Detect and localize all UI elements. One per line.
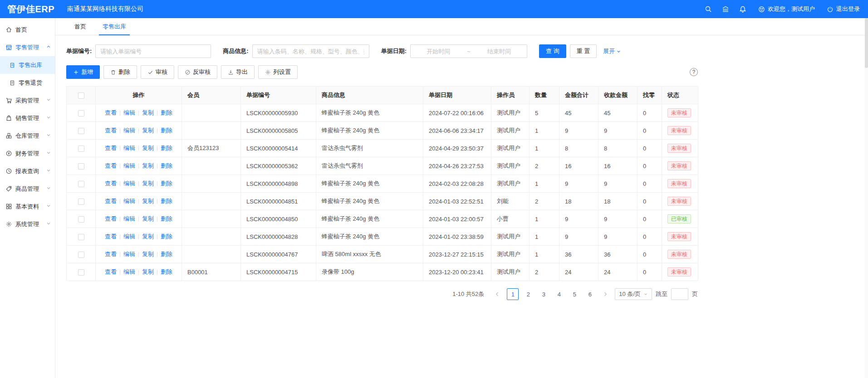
delete-link[interactable]: 删除 [161,127,172,134]
delete-link[interactable]: 删除 [161,198,172,204]
edit-link[interactable]: 编辑 [123,145,135,151]
page-size-select[interactable]: 10 条/页 [615,288,652,300]
edit-link[interactable]: 编辑 [123,180,135,187]
edit-link[interactable]: 编辑 [123,198,135,204]
view-link[interactable]: 查看 [105,127,117,134]
row-checkbox[interactable] [78,269,84,276]
sidebar-item-basic-data[interactable]: 基本资料 [0,198,55,215]
sidebar-item-retail-outbound[interactable]: 零售出库 [0,56,55,74]
reset-button[interactable]: 重 置 [570,44,597,58]
delete-button[interactable]: 删除 [103,65,137,79]
copy-link[interactable]: 复制 [142,268,154,275]
view-link[interactable]: 查看 [105,180,117,187]
export-button[interactable]: 导出 [221,65,255,79]
sidebar-item-retail[interactable]: 零售管理 [0,39,55,56]
copy-link[interactable]: 复制 [142,215,154,222]
vertical-scrollbar[interactable] [865,18,868,378]
copy-link[interactable]: 复制 [142,145,154,151]
unaudit-button[interactable]: 反审核 [178,65,217,79]
date-end-input[interactable] [471,48,527,55]
next-page-icon[interactable] [599,288,611,300]
welcome-user[interactable]: 欢迎您，测试用户 [758,5,815,13]
delete-link[interactable]: 删除 [161,233,172,240]
page-button-6[interactable]: 6 [584,288,596,300]
delete-link[interactable]: 删除 [161,145,172,151]
view-link[interactable]: 查看 [105,251,117,257]
sidebar-item-system[interactable]: 系统管理 [0,215,55,233]
edit-link[interactable]: 编辑 [123,215,135,222]
delete-link[interactable]: 删除 [161,215,172,222]
row-checkbox[interactable] [78,145,84,152]
add-button[interactable]: 新增 [66,65,100,79]
page-button-4[interactable]: 4 [553,288,565,300]
copy-link[interactable]: 复制 [142,162,154,169]
copy-link[interactable]: 复制 [142,180,154,187]
bill-no-input[interactable] [95,44,211,58]
delete-link[interactable]: 删除 [161,180,172,187]
view-link[interactable]: 查看 [105,145,117,151]
copy-link[interactable]: 复制 [142,127,154,134]
page-button-1[interactable]: 1 [507,288,519,300]
row-checkbox[interactable] [78,199,84,205]
prev-page-icon[interactable] [491,288,503,300]
help-icon[interactable]: ? [690,68,698,76]
date-range-picker[interactable]: ~ [410,44,527,58]
page-button-3[interactable]: 3 [538,288,549,300]
expand-link[interactable]: 展开 [603,47,621,55]
sidebar-item-finance[interactable]: 财务管理 [0,145,55,162]
edit-link[interactable]: 编辑 [123,162,135,169]
view-link[interactable]: 查看 [105,215,117,222]
delete-link[interactable]: 删除 [161,251,172,257]
page-button-2[interactable]: 2 [522,288,534,300]
view-link[interactable]: 查看 [105,162,117,169]
sidebar-item-sales[interactable]: 销售管理 [0,109,55,127]
audit-button[interactable]: 审核 [141,65,174,79]
row-checkbox[interactable] [78,110,84,116]
sidebar-item-reports[interactable]: 报表查询 [0,162,55,180]
qty-cell: 1 [530,228,559,246]
copy-link[interactable]: 复制 [142,109,154,116]
scrollbar-thumb[interactable] [865,18,868,68]
delete-link[interactable]: 删除 [161,109,172,116]
view-link[interactable]: 查看 [105,198,117,204]
row-checkbox[interactable] [78,252,84,258]
search-icon[interactable] [705,5,712,13]
delete-link[interactable]: 删除 [161,268,172,275]
row-checkbox[interactable] [78,216,84,223]
sidebar-item-home[interactable]: 首页 [0,21,55,39]
edit-link[interactable]: 编辑 [123,233,135,240]
delete-link[interactable]: 删除 [161,162,172,169]
sidebar-item-goods[interactable]: 商品管理 [0,180,55,198]
row-checkbox[interactable] [78,234,84,240]
copy-link[interactable]: 复制 [142,233,154,240]
copy-link[interactable]: 复制 [142,198,154,204]
sidebar-item-purchase[interactable]: 采购管理 [0,92,55,109]
select-all-checkbox[interactable] [78,92,84,99]
view-link[interactable]: 查看 [105,109,117,116]
view-link[interactable]: 查看 [105,233,117,240]
column-settings-button[interactable]: 列设置 [258,65,298,79]
copy-link[interactable]: 复制 [142,251,154,257]
row-checkbox[interactable] [78,163,84,170]
enterprise-icon[interactable] [722,5,729,13]
row-checkbox[interactable] [78,181,84,187]
row-checkbox[interactable] [78,128,84,134]
edit-link[interactable]: 编辑 [123,268,135,275]
date-start-input[interactable] [411,48,466,55]
qty-cell: 2 [530,263,559,281]
logout-button[interactable]: 退出登录 [827,5,860,13]
edit-link[interactable]: 编辑 [123,127,135,134]
bill-no-cell: LSCK00000004715 [241,263,316,281]
page-button-5[interactable]: 5 [569,288,580,300]
jump-page-input[interactable] [671,288,688,300]
tab-retail-outbound[interactable]: 零售出库 [94,18,134,35]
sidebar-item-retail-return[interactable]: 零售退货 [0,74,55,92]
tab-home[interactable]: 首页 [66,18,94,35]
sidebar-item-warehouse[interactable]: 仓库管理 [0,127,55,145]
notification-bell-icon[interactable] [739,5,746,13]
edit-link[interactable]: 编辑 [123,251,135,257]
product-info-input[interactable] [252,44,369,58]
view-link[interactable]: 查看 [105,268,117,275]
edit-link[interactable]: 编辑 [123,109,135,116]
search-button[interactable]: 查 询 [539,44,566,58]
